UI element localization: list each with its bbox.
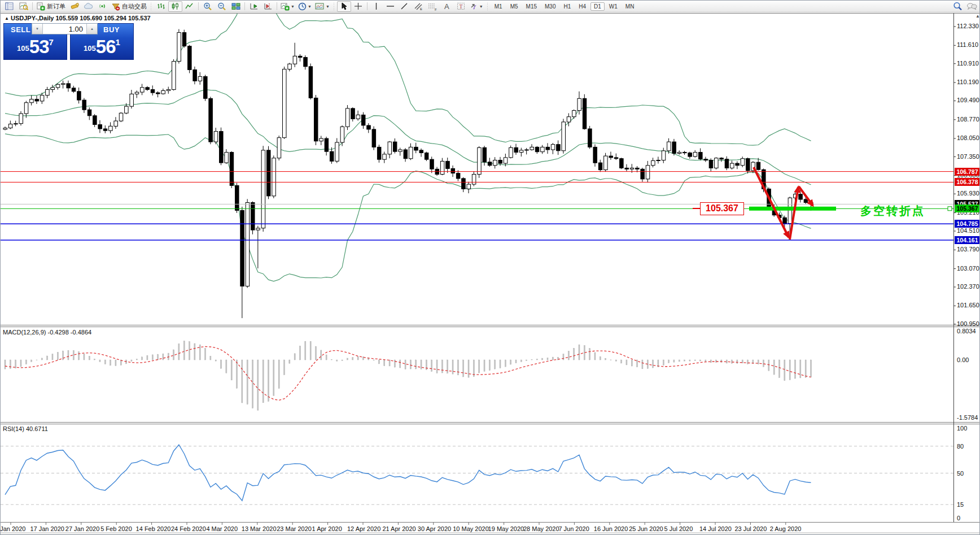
candle-body: [804, 199, 808, 203]
toolbar-drag-handle[interactable]: [333, 3, 335, 10]
volume-decrease-button[interactable]: ▼: [32, 24, 43, 34]
timeframe-button-m30[interactable]: M30: [541, 2, 559, 11]
chevron-up-icon: ▲: [90, 27, 94, 31]
volume-increase-button[interactable]: ▲: [86, 24, 97, 34]
horizontal-line-tool-button[interactable]: [383, 1, 397, 12]
macd-histogram-bar: [389, 360, 390, 366]
timeframe-button-mn[interactable]: MN: [622, 2, 638, 11]
macd-histogram-bar: [215, 360, 216, 361]
svg-text:T: T: [459, 3, 462, 10]
auto-scroll-button[interactable]: [247, 1, 261, 12]
tile-windows-icon: [231, 2, 240, 10]
trendline-handle[interactable]: [948, 207, 952, 211]
zoom-in-button[interactable]: [200, 1, 215, 12]
templates-button[interactable]: ▼: [313, 1, 331, 12]
macd-histogram-bar: [689, 360, 690, 361]
trendline-tool-button[interactable]: [397, 1, 412, 12]
candle-body: [725, 159, 729, 168]
candle-body: [367, 125, 371, 129]
candle-body: [298, 56, 302, 57]
red-trend-arrow[interactable]: [754, 167, 789, 237]
price-axis-label: 109.490: [957, 97, 979, 103]
community-button[interactable]: [81, 1, 95, 12]
shapes-tool-button[interactable]: ▼: [468, 1, 485, 12]
timeframe-button-d1[interactable]: D1: [590, 2, 605, 11]
zoom-out-button[interactable]: [215, 1, 229, 12]
cursor-arrow-icon: [340, 2, 348, 10]
macd-histogram-bar: [563, 354, 564, 360]
candle-body: [509, 147, 513, 158]
chart-list-button[interactable]: [2, 1, 16, 12]
chart-profile-button[interactable]: [16, 1, 30, 12]
red-trend-arrow[interactable]: [799, 186, 813, 206]
timeframe-button-m5[interactable]: M5: [507, 2, 522, 11]
candle-body: [709, 160, 713, 168]
macd-histogram-bar: [495, 360, 496, 369]
toolbar-drag-handle[interactable]: [487, 3, 489, 10]
macd-histogram-bar: [283, 360, 285, 375]
signal-icon: [98, 2, 107, 10]
candle-body: [383, 154, 387, 159]
cursor-button[interactable]: [337, 1, 351, 12]
text-icon: A: [443, 2, 450, 10]
volume-input[interactable]: 1.00: [43, 24, 86, 34]
bar-chart-mode-button[interactable]: [154, 1, 168, 12]
fibonacci-tool-button[interactable]: F: [426, 1, 440, 12]
candle-body: [767, 189, 771, 207]
macd-histogram-bar: [520, 360, 522, 362]
macd-histogram-bar: [126, 360, 127, 364]
chart-title: ▲ USDJPY-,Daily 105.559 105.690 105.294 …: [5, 15, 151, 21]
vertical-line-tool-button[interactable]: [369, 1, 383, 12]
annotation-price-box[interactable]: 105.367: [700, 202, 744, 215]
text-label-icon: T: [457, 2, 465, 10]
text-tool-button[interactable]: A: [440, 1, 454, 12]
macd-histogram-bar: [500, 360, 501, 368]
search-button[interactable]: [951, 1, 965, 12]
macd-histogram-bar: [36, 360, 37, 360]
new-order-button[interactable]: 新订单: [34, 1, 67, 12]
signals-button[interactable]: [95, 1, 110, 12]
candle-body: [188, 46, 192, 70]
chat-button[interactable]: [965, 1, 979, 12]
tile-windows-button[interactable]: [229, 1, 243, 12]
candle-body: [788, 198, 792, 223]
rsi-axis-label: 100: [957, 425, 967, 432]
periods-button[interactable]: ▼: [296, 1, 313, 12]
new-order-label: 新订单: [47, 2, 65, 11]
candle-body: [683, 153, 687, 153]
toolbar-drag-handle[interactable]: [150, 3, 152, 10]
candle-body: [636, 168, 640, 169]
crosshair-button[interactable]: [351, 1, 365, 12]
candle-chart-mode-button[interactable]: [168, 1, 182, 12]
line-chart-mode-button[interactable]: [182, 1, 196, 12]
chart-symbol-period: USDJPY-,Daily: [11, 15, 54, 21]
timeframe-button-m1[interactable]: M1: [491, 2, 506, 11]
indicators-button[interactable]: ▼: [279, 1, 296, 12]
styler-button[interactable]: [67, 1, 81, 12]
annotation-turning-point-text[interactable]: 多空转折点: [860, 203, 925, 219]
red-trend-arrow[interactable]: [790, 187, 798, 240]
label-tool-button[interactable]: T: [454, 1, 468, 12]
timeframe-button-h4[interactable]: H4: [575, 2, 589, 11]
macd-histogram-bar: [552, 357, 553, 360]
macd-histogram-bar: [15, 360, 16, 368]
candle-body: [88, 110, 91, 116]
timeframe-button-w1[interactable]: W1: [606, 2, 621, 11]
chart-canvas[interactable]: [1, 1, 980, 535]
new-order-icon: [36, 2, 45, 11]
channel-tool-button[interactable]: E: [412, 1, 426, 12]
chart-scroll-marker-icon[interactable]: ▲: [975, 14, 980, 19]
candle-body: [677, 153, 681, 154]
candle-body: [483, 147, 487, 162]
timeframe-button-h1[interactable]: H1: [560, 2, 574, 11]
timeframe-button-m15[interactable]: M15: [523, 2, 540, 11]
autotrading-button[interactable]: 自动交易: [110, 1, 148, 12]
macd-histogram-bar: [610, 360, 611, 360]
chart-shift-button[interactable]: [261, 1, 275, 12]
collapse-triangle-icon[interactable]: ▲: [5, 16, 9, 21]
candle-body: [425, 153, 428, 160]
candle-body: [535, 147, 539, 151]
macd-histogram-bar: [178, 344, 180, 360]
candle-body: [19, 114, 23, 124]
chevron-down-icon: ▼: [326, 5, 330, 8]
